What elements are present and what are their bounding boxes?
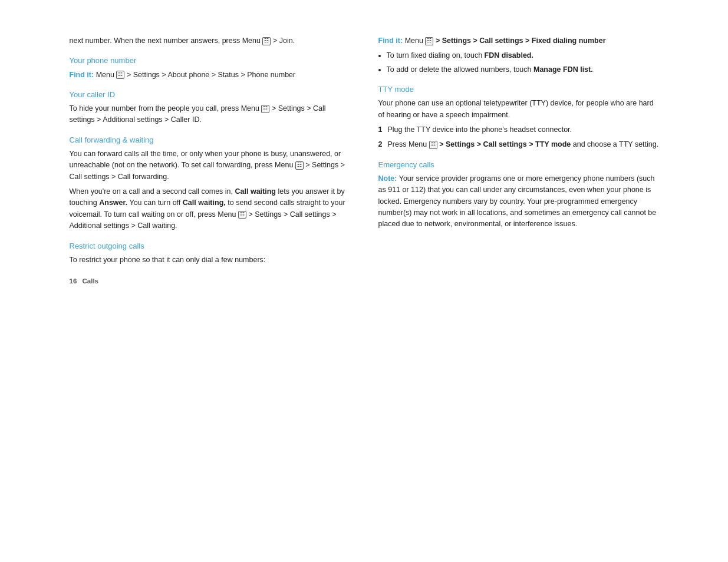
section-restrict-outgoing: Restrict outgoing calls (70, 240, 350, 252)
bullet-manage-fdn: To add or delete the allowed numbers, to… (387, 64, 659, 75)
two-column-layout: next number. When the next number answer… (70, 35, 659, 287)
menu-icon-fixed: ☷ (425, 37, 433, 45)
bullet-fdn-disabled: To turn fixed dialing on, touch FDN disa… (387, 50, 659, 61)
left-column: next number. When the next number answer… (70, 35, 350, 287)
tty-intro: Your phone can use an optional teletypew… (378, 98, 659, 121)
page-container: next number. When the next number answer… (0, 0, 728, 322)
menu-icon-intro: ☷ (262, 37, 271, 45)
tty-step-2: 2 Press Menu ☷ > Settings > Call setting… (378, 139, 659, 150)
call-forwarding-para1: You can forward calls all the time, or o… (70, 148, 350, 183)
section-emergency-calls: Emergency calls (378, 159, 659, 171)
tty-step-1: 1 Plug the TTY device into the phone's h… (378, 124, 659, 135)
section-caller-id: Your caller ID (70, 89, 350, 101)
menu-icon-phone: ☷ (116, 71, 124, 79)
page-footer: 16 Calls (70, 276, 350, 287)
right-column: Find it: Menu ☷ > Settings > Call settin… (378, 35, 659, 287)
caller-id-para: To hide your number from the people you … (70, 103, 350, 126)
section-call-forwarding: Call forwarding & waiting (70, 134, 350, 146)
phone-number-para: Find it: Menu ☷ > Settings > About phone… (70, 70, 350, 81)
call-forwarding-para2: When you're on a call and a second call … (70, 186, 350, 232)
section-tty-mode: TTY mode (378, 84, 659, 95)
restrict-outgoing-para: To restrict your phone so that it can on… (70, 254, 350, 266)
fixed-dialing-find-it: Find it: Menu ☷ > Settings > Call settin… (378, 35, 659, 47)
menu-icon-caller: ☷ (261, 105, 269, 113)
intro-para: next number. When the next number answer… (70, 35, 350, 47)
tty-steps: 1 Plug the TTY device into the phone's h… (378, 124, 659, 151)
emergency-note: Note: Your service provider programs one… (378, 173, 659, 230)
menu-icon-fwd1: ☷ (295, 161, 304, 170)
fixed-dialing-bullets: To turn fixed dialing on, touch FDN disa… (387, 50, 659, 75)
menu-icon-fwd2: ☷ (238, 211, 246, 219)
section-your-phone-number: Your phone number (70, 55, 350, 67)
menu-icon-tty: ☷ (429, 141, 437, 149)
